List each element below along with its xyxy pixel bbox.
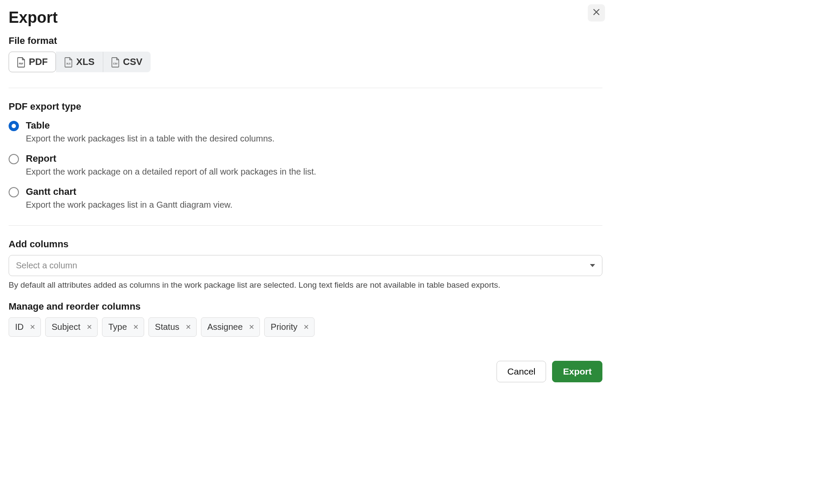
radio-icon[interactable] xyxy=(9,154,19,164)
chip-label: Subject xyxy=(52,322,80,332)
chip-label: Priority xyxy=(271,322,297,332)
export-type-option-table[interactable]: Table Export the work packages list in a… xyxy=(9,120,602,144)
add-columns-select[interactable]: Select a column xyxy=(9,255,602,276)
chip-label: ID xyxy=(15,322,24,332)
export-type-label: PDF export type xyxy=(9,101,602,112)
format-option-xls-label: XLS xyxy=(76,56,95,68)
column-chip-assignee[interactable]: Assignee ✕ xyxy=(201,317,260,337)
format-option-csv-label: CSV xyxy=(123,56,142,68)
dialog-header: Export xyxy=(9,9,602,35)
column-chip-subject[interactable]: Subject ✕ xyxy=(45,317,98,337)
divider xyxy=(9,88,602,88)
export-type-table-label: Table xyxy=(26,120,275,131)
export-type-gantt-desc: Export the work packages list in a Gantt… xyxy=(26,200,232,210)
file-pdf-icon: PDF xyxy=(17,57,25,67)
svg-text:CSV: CSV xyxy=(113,62,118,65)
file-csv-icon: CSV xyxy=(111,57,119,67)
export-type-gantt-label: Gantt chart xyxy=(26,186,232,197)
export-type-option-report[interactable]: Report Export the work package on a deta… xyxy=(9,153,602,177)
cancel-button[interactable]: Cancel xyxy=(497,361,546,382)
export-type-group: Table Export the work packages list in a… xyxy=(9,120,602,210)
format-option-pdf[interactable]: PDF PDF xyxy=(9,52,56,72)
remove-icon[interactable]: ✕ xyxy=(303,324,309,331)
export-type-table-desc: Export the work packages list in a table… xyxy=(26,134,275,144)
chevron-down-icon xyxy=(590,264,595,267)
remove-icon[interactable]: ✕ xyxy=(86,324,92,331)
remove-icon[interactable]: ✕ xyxy=(133,324,139,331)
remove-icon[interactable]: ✕ xyxy=(249,324,254,331)
add-columns-label: Add columns xyxy=(9,239,602,250)
format-option-csv[interactable]: CSV CSV xyxy=(103,52,151,72)
format-option-pdf-label: PDF xyxy=(29,56,48,68)
file-format-label: File format xyxy=(9,35,602,46)
add-columns-helper: By default all attributes added as colum… xyxy=(9,280,602,290)
add-columns-placeholder: Select a column xyxy=(16,261,77,270)
divider xyxy=(9,225,602,226)
close-button[interactable] xyxy=(588,4,605,22)
close-icon xyxy=(593,9,600,18)
export-type-report-label: Report xyxy=(26,153,316,164)
columns-chip-list: ID ✕ Subject ✕ Type ✕ Status ✕ Assignee … xyxy=(9,317,602,337)
export-button[interactable]: Export xyxy=(552,361,602,382)
remove-icon[interactable]: ✕ xyxy=(185,324,191,331)
svg-text:XLS: XLS xyxy=(66,62,71,65)
chip-label: Type xyxy=(108,322,127,332)
chip-label: Assignee xyxy=(207,322,243,332)
export-type-report-desc: Export the work package on a detailed re… xyxy=(26,167,316,177)
export-dialog: Export File format PDF PDF XLS XLS CSV C… xyxy=(9,9,602,382)
remove-icon[interactable]: ✕ xyxy=(30,324,35,331)
column-chip-status[interactable]: Status ✕ xyxy=(148,317,197,337)
file-xls-icon: XLS xyxy=(64,57,72,67)
manage-columns-label: Manage and reorder columns xyxy=(9,301,602,312)
column-chip-id[interactable]: ID ✕ xyxy=(9,317,41,337)
column-chip-type[interactable]: Type ✕ xyxy=(102,317,144,337)
chip-label: Status xyxy=(155,322,179,332)
file-format-group: PDF PDF XLS XLS CSV CSV xyxy=(9,52,151,72)
radio-icon[interactable] xyxy=(9,121,19,131)
export-type-option-gantt[interactable]: Gantt chart Export the work packages lis… xyxy=(9,186,602,210)
dialog-footer: Cancel Export xyxy=(9,361,602,382)
dialog-title: Export xyxy=(9,9,58,27)
column-chip-priority[interactable]: Priority ✕ xyxy=(264,317,315,337)
radio-icon[interactable] xyxy=(9,187,19,197)
format-option-xls[interactable]: XLS XLS xyxy=(56,52,103,72)
svg-text:PDF: PDF xyxy=(19,62,23,65)
